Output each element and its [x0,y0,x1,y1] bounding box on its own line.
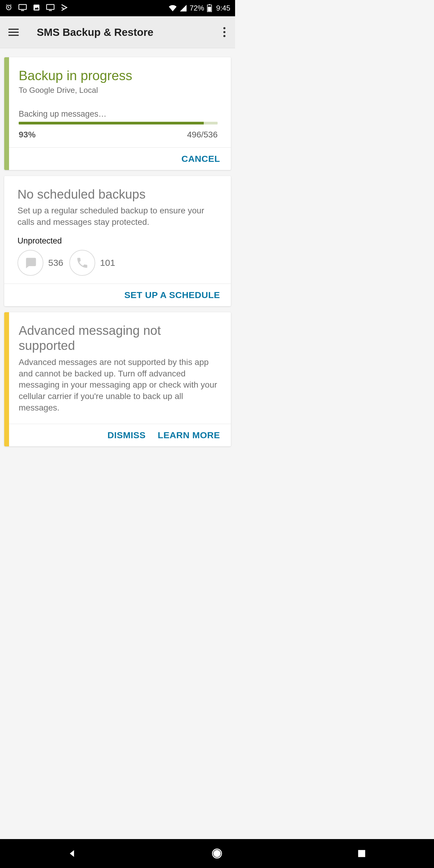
wifi-icon [168,5,177,11]
setup-schedule-button[interactable]: SET UP A SCHEDULE [124,290,220,300]
schedule-card: No scheduled backups Set up a regular sc… [4,176,231,306]
backup-progress-card: Backup in progress To Google Drive, Loca… [4,57,231,170]
menu-icon[interactable] [8,29,19,36]
svg-rect-7 [208,7,211,11]
messages-count: 536 [48,258,63,268]
more-options-icon[interactable] [222,25,227,39]
phone-icon [69,250,95,276]
play-icon [60,4,68,13]
backup-title: Backup in progress [19,68,218,83]
svg-rect-0 [19,4,27,9]
svg-rect-3 [47,4,54,9]
alarm-icon [5,4,13,13]
message-icon [18,250,43,276]
battery-icon [207,4,212,12]
clock-time: 9:45 [216,4,230,12]
cast-icon [46,4,55,13]
progress-bar [19,122,218,124]
backup-status-text: Backing up messages… [19,110,218,119]
app-bar: SMS Backup & Restore [0,16,235,48]
progress-count: 496/536 [187,130,218,140]
advanced-messaging-card: Advanced messaging not supported Advance… [4,312,231,446]
progress-fill [19,122,204,124]
battery-pct: 72% [190,4,204,12]
content-area: Backup in progress To Google Drive, Loca… [0,48,235,446]
schedule-description: Set up a regular scheduled backup to ens… [18,205,218,228]
svg-rect-2 [33,4,39,10]
app-title: SMS Backup & Restore [37,26,153,38]
learn-more-button[interactable]: LEARN MORE [158,430,220,440]
signal-icon [180,5,187,11]
svg-rect-6 [209,4,210,5]
cancel-button[interactable]: CANCEL [181,154,220,164]
unprotected-label: Unprotected [18,236,218,246]
dismiss-button[interactable]: DISMISS [107,430,146,440]
calls-count-item: 101 [69,250,115,276]
advanced-description: Advanced messages are not supported by t… [19,356,218,413]
advanced-title: Advanced messaging not supported [19,323,218,353]
status-bar: 72% 9:45 [0,0,235,16]
schedule-title: No scheduled backups [18,187,218,202]
image-icon [33,4,40,13]
messages-count-item: 536 [18,250,63,276]
screen-icon [18,4,27,13]
calls-count: 101 [100,258,115,268]
backup-destination: To Google Drive, Local [19,86,218,95]
progress-percent: 93% [19,130,36,140]
